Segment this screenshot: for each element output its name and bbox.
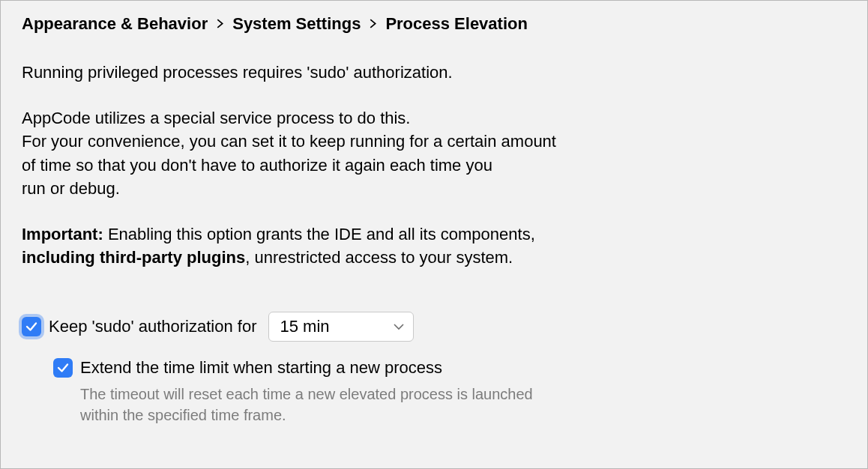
breadcrumb-level-2[interactable]: System Settings — [232, 14, 361, 34]
important-bold: including third-party plugins — [22, 248, 245, 267]
duration-select-value: 15 min — [280, 317, 329, 336]
important-text: , unrestricted access to your system. — [245, 248, 513, 267]
description-line: AppCode utilizes a special service proce… — [22, 106, 846, 130]
chevron-right-icon — [370, 16, 376, 32]
description-line: For your convenience, you can set it to … — [22, 130, 846, 153]
keep-sudo-checkbox[interactable] — [22, 317, 41, 336]
description-block: Running privileged processes requires 's… — [22, 61, 846, 270]
breadcrumb-level-3: Process Elevation — [385, 14, 528, 34]
extend-label: Extend the time limit when starting a ne… — [80, 358, 442, 378]
breadcrumb-level-1[interactable]: Appearance & Behavior — [22, 14, 208, 34]
important-label: Important: — [22, 225, 103, 243]
keep-sudo-row: Keep 'sudo' authorization for 15 min — [22, 312, 846, 342]
hint-line: within the specified time frame. — [80, 405, 846, 426]
description-line: Running privileged processes requires 's… — [22, 61, 846, 84]
chevron-right-icon — [217, 16, 223, 32]
form-block: Keep 'sudo' authorization for 15 min Ext… — [22, 312, 846, 426]
extend-checkbox[interactable] — [53, 358, 73, 378]
chevron-down-icon — [394, 323, 404, 330]
description-important-line: Important: Enabling this option grants t… — [22, 223, 846, 246]
hint-line: The timeout will reset each time a new e… — [80, 384, 846, 405]
description-line: of time so that you don't have to author… — [22, 154, 846, 177]
breadcrumb: Appearance & Behavior System Settings Pr… — [22, 14, 846, 34]
description-line: run or debug. — [22, 177, 846, 200]
description-important-line: including third-party plugins, unrestric… — [22, 246, 846, 269]
duration-select[interactable]: 15 min — [268, 312, 414, 342]
extend-row: Extend the time limit when starting a ne… — [53, 358, 846, 378]
settings-panel: Appearance & Behavior System Settings Pr… — [0, 0, 868, 469]
keep-sudo-label: Keep 'sudo' authorization for — [49, 317, 256, 336]
important-text: Enabling this option grants the IDE and … — [103, 225, 535, 243]
extend-hint: The timeout will reset each time a new e… — [80, 384, 846, 426]
